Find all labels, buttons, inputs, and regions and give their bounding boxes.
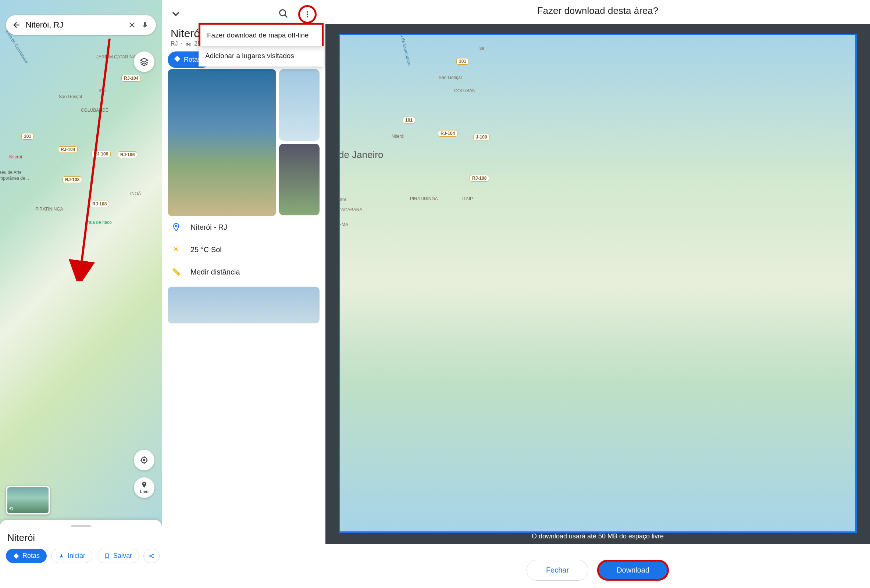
- svg-point-10: [307, 13, 308, 15]
- svg-point-11: [307, 16, 308, 17]
- recenter-button[interactable]: [134, 450, 155, 471]
- svg-point-12: [176, 225, 177, 227]
- sun-icon: ☀: [171, 245, 181, 254]
- download-buttons: Fechar Download: [325, 560, 870, 581]
- drag-handle[interactable]: [71, 525, 91, 527]
- search-icon[interactable]: [279, 9, 289, 20]
- share-button[interactable]: [143, 549, 159, 563]
- download-selection-frame[interactable]: São Gonçal COLUBAN Niterói de Janeiro PI…: [339, 34, 857, 533]
- collapse-icon[interactable]: [171, 9, 181, 20]
- info-measure-text: Medir distância: [191, 268, 240, 276]
- svg-point-9: [307, 11, 308, 13]
- map-label: PACABANA: [339, 207, 362, 212]
- chip-label: Iniciar: [68, 552, 85, 560]
- map-label: Niterói: [9, 154, 22, 159]
- download-title: Fazer download desta área?: [325, 0, 870, 21]
- live-view-button[interactable]: Live: [134, 477, 155, 498]
- photo-wide[interactable]: [168, 287, 320, 324]
- save-button[interactable]: Salvar: [97, 549, 139, 563]
- svg-point-2: [143, 459, 145, 461]
- road-badge: RJ-106: [118, 151, 137, 158]
- road-badge: RJ-104: [438, 130, 457, 137]
- road-badge: 101: [456, 58, 469, 65]
- road-badge: 101: [403, 117, 415, 123]
- layers-button[interactable]: [134, 52, 155, 72]
- map-label: INOÃ: [130, 191, 141, 196]
- map-label: COLUBAN: [454, 88, 475, 94]
- photo-main[interactable]: [168, 69, 276, 216]
- info-measure[interactable]: 📏 Medir distância: [162, 261, 325, 283]
- search-bar[interactable]: [6, 15, 156, 35]
- motorcycle-icon: 🏍: [185, 40, 191, 47]
- svg-point-6: [153, 554, 154, 555]
- search-input[interactable]: [22, 20, 127, 30]
- annotation-arrow: [43, 39, 117, 281]
- map-label: mporânea de...: [0, 176, 29, 181]
- map-label: Niterói: [392, 134, 404, 139]
- menu-item-add-visited[interactable]: Adicionar a lugares visitados: [198, 45, 323, 67]
- bookmark-icon: [104, 553, 110, 559]
- more-options-button[interactable]: [298, 5, 317, 24]
- map-label: PIRATININGA: [410, 196, 438, 201]
- overflow-menu-contd: Adicionar a lugares visitados: [198, 45, 323, 67]
- action-chip-row: Rotas Iniciar Salvar: [0, 549, 162, 563]
- place-sheet[interactable]: Niterói Rotas Iniciar Salvar: [0, 520, 162, 588]
- photo-thumb[interactable]: [279, 144, 320, 215]
- chip-label: Rotas: [22, 552, 40, 560]
- info-location[interactable]: Niterói - RJ: [162, 216, 325, 238]
- map-label: ITAIP: [462, 196, 473, 201]
- share-icon: [148, 553, 155, 559]
- overflow-menu: Fazer download de mapa off-line: [198, 23, 323, 46]
- rotate-icon: ⟲: [9, 506, 13, 512]
- clear-icon[interactable]: [127, 19, 137, 31]
- download-size-note: O download usará até 50 MB do espaço liv…: [325, 533, 870, 540]
- directions-icon: [174, 55, 181, 64]
- download-button[interactable]: Download: [597, 560, 669, 581]
- road-badge: 101: [21, 133, 34, 140]
- svg-point-7: [153, 557, 154, 558]
- photo-thumb[interactable]: [279, 69, 320, 141]
- map-label: ntor: [339, 197, 346, 202]
- directions-icon: [13, 553, 19, 559]
- road-badge: J-100: [473, 134, 490, 140]
- map-label: Isa: [478, 46, 484, 51]
- svg-point-3: [143, 483, 145, 485]
- info-weather-text: 25 °C Sol: [191, 245, 222, 254]
- road-badge: RJ-108: [469, 175, 489, 181]
- live-label: Live: [140, 489, 149, 494]
- info-weather[interactable]: ☀ 25 °C Sol: [162, 238, 325, 261]
- back-icon[interactable]: [12, 19, 22, 31]
- menu-item-download-offline[interactable]: Fazer download de mapa off-line: [200, 25, 322, 46]
- map-label: EMA: [339, 222, 348, 227]
- mic-icon[interactable]: [140, 19, 150, 31]
- streetview-thumb[interactable]: ⟲: [6, 486, 50, 515]
- map-label: Baía de Guanabara: [398, 34, 412, 66]
- place-state: RJ: [171, 40, 178, 47]
- more-vert-icon: [303, 10, 311, 18]
- photo-gallery: [162, 69, 325, 216]
- navigate-icon: [58, 553, 65, 559]
- road-badge: RJ-104: [121, 75, 141, 82]
- close-button[interactable]: Fechar: [527, 560, 588, 581]
- map-label: de Janeiro: [339, 149, 383, 160]
- routes-button[interactable]: Rotas: [6, 549, 47, 563]
- map-label: São Gonçal: [439, 75, 462, 80]
- info-location-text: Niterói - RJ: [191, 223, 227, 232]
- ruler-icon: 📏: [171, 267, 181, 276]
- pin-icon: [171, 223, 181, 232]
- svg-point-5: [150, 555, 151, 557]
- sheet-title: Niterói: [0, 532, 162, 549]
- chip-label: Salvar: [113, 552, 132, 560]
- svg-rect-0: [144, 22, 146, 26]
- map-label: seu de Arte: [0, 170, 22, 175]
- start-button[interactable]: Iniciar: [51, 549, 92, 563]
- svg-point-8: [280, 10, 286, 16]
- svg-line-4: [80, 39, 110, 274]
